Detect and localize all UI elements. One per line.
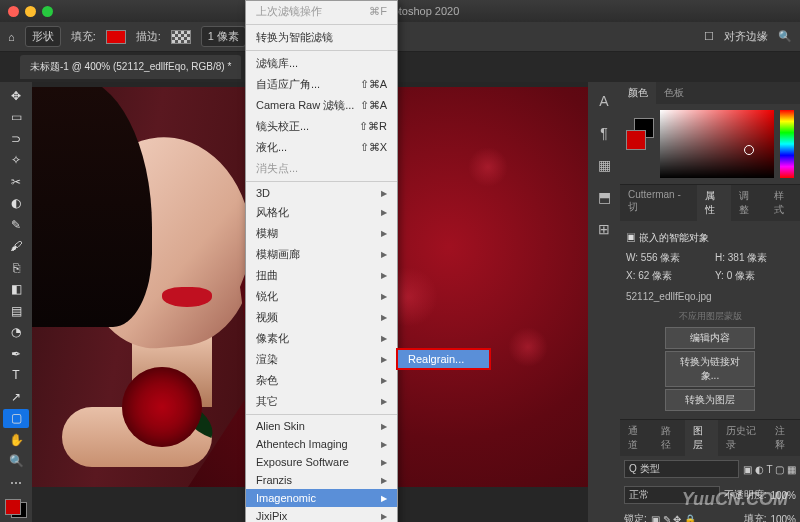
menu-adaptive-wide[interactable]: 自适应广角...⇧⌘A (246, 74, 397, 95)
color-tab[interactable]: 颜色 (620, 82, 656, 104)
menu-video[interactable]: 视频 (246, 307, 397, 328)
stroke-swatch[interactable] (171, 30, 191, 44)
align-edges-checkbox[interactable]: ☐ (704, 30, 714, 43)
wand-tool[interactable]: ✧ (3, 151, 29, 171)
menu-sharpen[interactable]: 锐化 (246, 286, 397, 307)
move-tool[interactable]: ✥ (3, 86, 29, 106)
width-value[interactable]: 556 像素 (641, 252, 680, 263)
home-icon[interactable]: ⌂ (8, 31, 15, 43)
path-tool[interactable]: ↗ (3, 387, 29, 407)
submenu-realgrain[interactable]: Realgrain... (398, 350, 489, 368)
fill-swatch[interactable] (106, 30, 126, 44)
menu-franzis[interactable]: Franzis (246, 471, 397, 489)
menu-stylize[interactable]: 风格化 (246, 202, 397, 223)
layers-tab[interactable]: 图层 (685, 420, 718, 456)
align-edges-label: 对齐边缘 (724, 29, 768, 44)
menu-liquify[interactable]: 液化...⇧⌘X (246, 137, 397, 158)
tool-presets-icon[interactable]: ⊞ (593, 218, 615, 240)
color-picker[interactable] (620, 104, 800, 184)
menu-distort[interactable]: 扭曲 (246, 265, 397, 286)
zoom-tool[interactable]: 🔍 (3, 452, 29, 472)
panels: 颜色 色板 Cutterman - 切 属性 调整 样式 ▣ 嵌入的智能对象 W… (620, 82, 800, 522)
fill-value[interactable]: 100% (770, 514, 796, 523)
stroke-width-input[interactable]: 1 像素 (201, 26, 246, 47)
channels-tab[interactable]: 通道 (620, 420, 653, 456)
edit-contents-button[interactable]: 编辑内容 (665, 327, 755, 349)
menu-vanishing-point: 消失点... (246, 158, 397, 179)
crop-tool[interactable]: ✂ (3, 172, 29, 192)
adjust-tab[interactable]: 调整 (731, 185, 765, 221)
menu-blur-gallery[interactable]: 模糊画廊 (246, 244, 397, 265)
brush-tool[interactable]: 🖌 (3, 237, 29, 257)
gradient-tool[interactable]: ▤ (3, 301, 29, 321)
menu-blur[interactable]: 模糊 (246, 223, 397, 244)
imagenomic-submenu: Realgrain... (396, 348, 491, 370)
smart-object-label: 嵌入的智能对象 (639, 232, 709, 243)
menu-convert-smart[interactable]: 转换为智能滤镜 (246, 27, 397, 48)
hand-tool[interactable]: ✋ (3, 430, 29, 450)
color-swatches[interactable] (5, 499, 27, 519)
window-controls (8, 6, 53, 17)
document-tab[interactable]: 未标题-1 @ 400% (52112_edllfEqo, RGB/8) * (20, 55, 241, 79)
menu-last-filter[interactable]: 上次滤镜操作⌘F (246, 1, 397, 22)
blur-tool[interactable]: ◔ (3, 323, 29, 343)
menu-alien-skin[interactable]: Alien Skin (246, 417, 397, 435)
y-value[interactable]: 0 像素 (727, 270, 755, 281)
pen-tool[interactable]: ✒ (3, 344, 29, 364)
properties-tab[interactable]: 属性 (697, 185, 731, 221)
menu-filter-gallery[interactable]: 滤镜库... (246, 53, 397, 74)
menu-other[interactable]: 其它 (246, 391, 397, 412)
shape-tool[interactable]: ▢ (3, 409, 29, 429)
search-icon[interactable]: 🔍 (778, 30, 792, 43)
window-title: otoshop 2020 (60, 5, 792, 17)
more-tools[interactable]: ⋯ (3, 473, 29, 493)
menu-3d[interactable]: 3D (246, 184, 397, 202)
menu-jixipix[interactable]: JixiPix (246, 507, 397, 522)
swatch-tab[interactable]: 色板 (656, 82, 692, 104)
eraser-tool[interactable]: ◧ (3, 280, 29, 300)
minimize-dot[interactable] (25, 6, 36, 17)
layer-filter-select[interactable]: Q 类型 (624, 460, 739, 478)
type-panel-icon[interactable]: A (593, 90, 615, 112)
fill-label: 填充: (71, 29, 96, 44)
menu-camera-raw[interactable]: Camera Raw 滤镜...⇧⌘A (246, 95, 397, 116)
toolbox: ✥ ▭ ⊃ ✧ ✂ ◐ ✎ 🖌 ⎘ ◧ ▤ ◔ ✒ T ↗ ▢ ✋ 🔍 ⋯ (0, 82, 32, 522)
menu-lens-correction[interactable]: 镜头校正...⇧⌘R (246, 116, 397, 137)
close-dot[interactable] (8, 6, 19, 17)
watermark: YuuCN.COM (682, 489, 788, 510)
titlebar: otoshop 2020 (0, 0, 800, 22)
extension-icon[interactable]: ⬒ (593, 186, 615, 208)
library-panel-icon[interactable]: ▦ (593, 154, 615, 176)
zoom-dot[interactable] (42, 6, 53, 17)
healing-tool[interactable]: ✎ (3, 215, 29, 235)
collapsed-panels: A ¶ ▦ ⬒ ⊞ (588, 82, 620, 522)
x-value[interactable]: 62 像素 (638, 270, 672, 281)
comments-tab[interactable]: 注释 (767, 420, 800, 456)
menu-imagenomic[interactable]: Imagenomic (246, 489, 397, 507)
menu-render[interactable]: 渲染 (246, 349, 397, 370)
clone-tool[interactable]: ⎘ (3, 258, 29, 278)
convert-layers-button[interactable]: 转换为图层 (665, 389, 755, 411)
menu-exposure[interactable]: Exposure Software (246, 453, 397, 471)
eyedropper-tool[interactable]: ◐ (3, 194, 29, 214)
hue-slider[interactable] (780, 110, 794, 178)
document-tabs: 未标题-1 @ 400% (52112_edllfEqo, RGB/8) * (0, 52, 800, 82)
type-tool[interactable]: T (3, 366, 29, 386)
shape-mode-select[interactable]: 形状 (25, 26, 61, 47)
paths-tab[interactable]: 路径 (653, 420, 686, 456)
styles-tab[interactable]: 样式 (766, 185, 800, 221)
history-tab[interactable]: 历史记录 (718, 420, 767, 456)
menu-pixelate[interactable]: 像素化 (246, 328, 397, 349)
convert-linked-button[interactable]: 转换为链接对象... (665, 351, 755, 387)
cutterman-tab[interactable]: Cutterman - 切 (620, 185, 697, 221)
menu-athentech[interactable]: Athentech Imaging (246, 435, 397, 453)
source-filename: 52112_edllfEqo.jpg (626, 285, 794, 308)
stroke-label: 描边: (136, 29, 161, 44)
options-bar: ⌂ 形状 填充: 描边: 1 像素 ☐ 对齐边缘 🔍 (0, 22, 800, 52)
marquee-tool[interactable]: ▭ (3, 108, 29, 128)
paragraph-panel-icon[interactable]: ¶ (593, 122, 615, 144)
filter-menu: 上次滤镜操作⌘F 转换为智能滤镜 滤镜库... 自适应广角...⇧⌘A Came… (245, 0, 398, 522)
menu-noise[interactable]: 杂色 (246, 370, 397, 391)
height-value[interactable]: 381 像素 (728, 252, 767, 263)
lasso-tool[interactable]: ⊃ (3, 129, 29, 149)
